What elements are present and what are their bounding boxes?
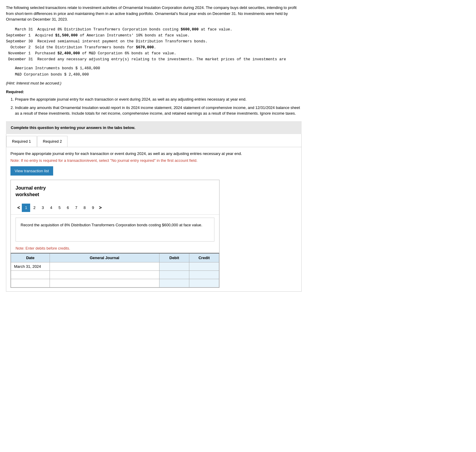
column-header-credit: Credit	[189, 253, 219, 262]
column-header-date: Date	[11, 253, 50, 262]
debit-cell-3[interactable]	[159, 279, 189, 287]
table-row: March 31, 2024	[11, 262, 219, 270]
journal-input-1[interactable]	[53, 264, 156, 269]
tabs-header: Required 1 Required 2	[6, 134, 301, 147]
page-button-8[interactable]: 8	[80, 204, 89, 212]
transaction-list: March 31 Acquired 8% Distribution Transf…	[6, 27, 470, 62]
journal-cell-2[interactable]	[50, 270, 159, 279]
debit-input-1[interactable]	[162, 264, 186, 269]
page-button-5[interactable]: 5	[55, 204, 64, 212]
debit-input-2[interactable]	[162, 273, 186, 277]
debit-input-3[interactable]	[162, 281, 186, 285]
page-button-7[interactable]: 7	[72, 204, 80, 212]
date-cell-3	[11, 279, 50, 287]
page-button-9[interactable]: 9	[89, 204, 97, 212]
note-debits: Note: Enter debits before credits.	[11, 245, 219, 253]
page-button-2[interactable]: 2	[30, 204, 39, 212]
tab-content-required-1: Prepare the appropriate journal entry fo…	[6, 147, 301, 291]
credit-input-2[interactable]	[192, 273, 216, 277]
tabs-container: Required 1 Required 2 Prepare the approp…	[6, 134, 302, 292]
journal-entry-worksheet: Journal entry worksheet < 1 2 3 4 5 6 7 …	[10, 180, 219, 288]
mnd-corporation-value: M&D Corporation bonds $ 2,480,000	[15, 72, 470, 78]
tab-note: Note: If no entry is required for a tran…	[10, 158, 297, 163]
credit-input-3[interactable]	[192, 281, 216, 285]
required-item-2: Indicate any amounts that Ornamental Ins…	[15, 105, 302, 116]
required-list: Prepare the appropriate journal entry fo…	[15, 96, 470, 116]
column-header-general-journal: General Journal	[50, 253, 159, 262]
table-row	[11, 279, 219, 287]
debit-cell-1[interactable]	[159, 262, 189, 270]
journal-input-3[interactable]	[53, 281, 156, 285]
credit-cell-2[interactable]	[189, 270, 219, 279]
required-item-1: Prepare the appropriate journal entry fo…	[15, 96, 302, 102]
american-instruments-value: American Instruments bonds $ 1,460,000	[15, 65, 470, 72]
page-button-6[interactable]: 6	[64, 204, 72, 212]
journal-table: Date General Journal Debit Credit March …	[11, 253, 219, 288]
column-header-debit: Debit	[159, 253, 189, 262]
pagination-next-button[interactable]: >	[97, 205, 103, 211]
journal-cell-1[interactable]	[50, 262, 159, 270]
tab-description: Prepare the appropriate journal entry fo…	[10, 151, 297, 157]
values-block: American Instruments bonds $ 1,460,000 M…	[15, 65, 470, 78]
tab-required-2[interactable]: Required 2	[37, 136, 68, 147]
date-cell-1: March 31, 2024	[11, 262, 50, 270]
date-cell-2	[11, 270, 50, 279]
required-heading: Required:	[6, 90, 470, 94]
intro-paragraph: The following selected transactions rela…	[6, 5, 299, 22]
pagination-row: < 1 2 3 4 5 6 7 8 9 >	[11, 201, 219, 215]
complete-banner: Complete this question by entering your …	[6, 121, 302, 134]
credit-cell-1[interactable]	[189, 262, 219, 270]
view-transaction-list-button[interactable]: View transaction list	[10, 166, 53, 176]
hint-text: (Hint: Interest must be accrued.)	[6, 81, 470, 85]
page-button-4[interactable]: 4	[47, 204, 55, 212]
debit-cell-2[interactable]	[159, 270, 189, 279]
table-row	[11, 270, 219, 279]
journal-cell-3[interactable]	[50, 279, 159, 287]
worksheet-title: Journal entry worksheet	[11, 180, 219, 201]
page-button-1[interactable]: 1	[22, 204, 30, 212]
page-button-3[interactable]: 3	[39, 204, 47, 212]
journal-input-2[interactable]	[53, 273, 156, 277]
transaction-description: Record the acquisition of 8% Distributio…	[16, 218, 214, 242]
pagination-prev-button[interactable]: <	[16, 205, 22, 211]
tab-required-1[interactable]: Required 1	[6, 136, 37, 147]
credit-cell-3[interactable]	[189, 279, 219, 287]
credit-input-1[interactable]	[192, 264, 216, 269]
